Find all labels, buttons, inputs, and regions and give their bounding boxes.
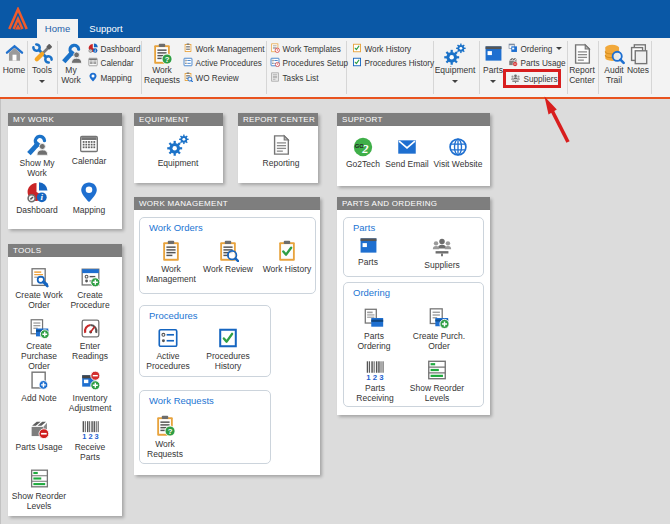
svg-text:?: ? [165, 54, 170, 63]
svg-text:?: ? [168, 427, 173, 436]
svg-text:2: 2 [361, 142, 368, 156]
svg-text:1 2 3: 1 2 3 [82, 432, 99, 440]
svg-text:1 2 3: 1 2 3 [366, 373, 384, 381]
